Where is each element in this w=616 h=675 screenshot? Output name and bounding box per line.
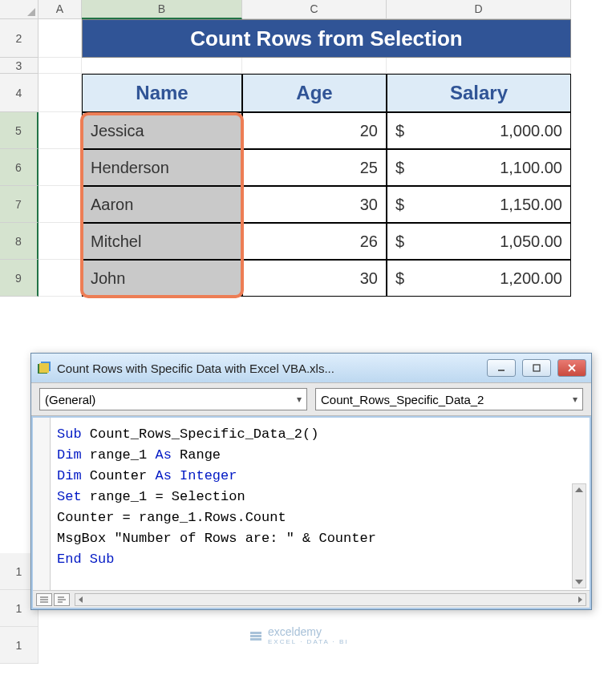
select-all-triangle[interactable] [0,0,38,19]
title-banner[interactable]: Count Rows from Selection [82,19,571,58]
svg-rect-4 [533,365,540,371]
row-2: 2 Count Rows from Selection [0,19,616,58]
col-header-C[interactable]: C [242,0,387,19]
row-header-3[interactable]: 3 [0,58,38,74]
cell-A5[interactable] [38,112,82,149]
cell-D3[interactable] [387,58,571,74]
horizontal-scrollbar[interactable] [75,593,586,606]
salary-value: 1,050.00 [500,232,562,251]
cell-C3[interactable] [242,58,387,74]
row-header-4[interactable]: 4 [0,74,38,112]
cell-name-0[interactable]: Jessica [82,112,242,149]
svg-rect-15 [250,638,261,641]
full-module-view-button[interactable] [54,593,70,606]
col-header-B[interactable]: B [82,0,242,19]
row-4: 4 Name Age Salary [0,74,616,112]
cell-name-2[interactable]: Aaron [82,186,242,223]
row-header-partial[interactable]: 1 [0,627,38,664]
table-header-age[interactable]: Age [242,74,387,112]
row-9: 9 John 30 $1,200.00 [0,260,616,297]
row-header-5[interactable]: 5 [0,112,38,149]
vba-bottom-bar [33,590,590,608]
row-header-7[interactable]: 7 [0,186,38,223]
svg-rect-13 [250,632,261,634]
row-5: 5 Jessica 20 $1,000.00 [0,112,616,149]
cell-salary-0[interactable]: $1,000.00 [387,112,571,149]
vba-object-dropdown[interactable]: (General) ▾ [39,388,307,410]
cell-name-3[interactable]: Mitchel [82,223,242,260]
minimize-button[interactable] [487,359,516,377]
vba-object-value: (General) [45,393,95,406]
currency-symbol: $ [395,159,404,177]
col-header-D[interactable]: D [387,0,571,19]
svg-rect-2 [39,363,49,373]
watermark: exceldemy EXCEL · DATA · BI [249,625,349,645]
watermark-tagline: EXCEL · DATA · BI [268,638,349,645]
vba-editor-window[interactable]: Count Rows with Specific Data with Excel… [30,353,592,610]
vertical-scrollbar[interactable] [572,483,586,588]
vba-code-editor[interactable]: Sub Count_Rows_Specific_Data_2() Dim ran… [33,418,590,590]
currency-symbol: $ [395,122,404,140]
watermark-brand: exceldemy [268,625,322,638]
cell-salary-4[interactable]: $1,200.00 [387,260,571,297]
table-header-salary[interactable]: Salary [387,74,571,112]
cell-A3[interactable] [38,58,82,74]
cell-name-4[interactable]: John [82,260,242,297]
cell-salary-1[interactable]: $1,100.00 [387,149,571,186]
vba-code-area: Sub Count_Rows_Specific_Data_2() Dim ran… [33,418,590,608]
cell-salary-2[interactable]: $1,150.00 [387,186,571,223]
close-button[interactable] [557,359,586,377]
cell-A4[interactable] [38,74,82,112]
row-header-6[interactable]: 6 [0,149,38,186]
cell-A7[interactable] [38,186,82,223]
cell-B3[interactable] [82,58,242,74]
currency-symbol: $ [395,196,404,214]
procedure-view-button[interactable] [36,593,52,606]
row-header-8[interactable]: 8 [0,223,38,260]
cell-age-1[interactable]: 25 [242,149,387,186]
svg-rect-14 [250,635,261,637]
currency-symbol: $ [395,269,404,288]
cell-age-4[interactable]: 30 [242,260,387,297]
table-header-name[interactable]: Name [82,74,242,112]
cell-age-0[interactable]: 20 [242,112,387,149]
cell-A6[interactable] [38,149,82,186]
row-6: 6 Henderson 25 $1,100.00 [0,149,616,186]
cell-name-1[interactable]: Henderson [82,149,242,186]
row-header-9[interactable]: 9 [0,260,38,297]
cell-salary-3[interactable]: $1,050.00 [387,223,571,260]
column-headers-row: A B C D [0,0,616,19]
maximize-button[interactable] [522,359,551,377]
salary-value: 1,200.00 [500,269,562,288]
vba-app-icon [36,360,52,376]
excel-grid: A B C D 2 Count Rows from Selection 3 4 … [0,0,616,297]
salary-value: 1,000.00 [500,122,562,140]
vba-procedure-value: Count_Rows_Specific_Data_2 [321,393,484,406]
salary-value: 1,150.00 [500,196,562,214]
chevron-down-icon: ▾ [573,394,578,405]
salary-value: 1,100.00 [500,159,562,177]
chevron-down-icon: ▾ [297,394,302,405]
cell-A2[interactable] [38,19,82,58]
row-header-2[interactable]: 2 [0,19,38,58]
col-header-A[interactable]: A [38,0,82,19]
cell-age-3[interactable]: 26 [242,223,387,260]
row-7: 7 Aaron 30 $1,150.00 [0,186,616,223]
cell-age-2[interactable]: 30 [242,186,387,223]
cell-A9[interactable] [38,260,82,297]
watermark-icon [249,629,263,643]
vba-titlebar[interactable]: Count Rows with Specific Data with Excel… [31,354,591,382]
row-8: 8 Mitchel 26 $1,050.00 [0,223,616,260]
vba-procedure-dropdown[interactable]: Count_Rows_Specific_Data_2 ▾ [315,388,583,410]
currency-symbol: $ [395,232,404,251]
vba-dropdown-bar: (General) ▾ Count_Rows_Specific_Data_2 ▾ [31,382,591,416]
vba-gutter [33,418,51,590]
row-3: 3 [0,58,616,74]
cell-A8[interactable] [38,223,82,260]
vba-window-title: Count Rows with Specific Data with Excel… [57,362,480,375]
